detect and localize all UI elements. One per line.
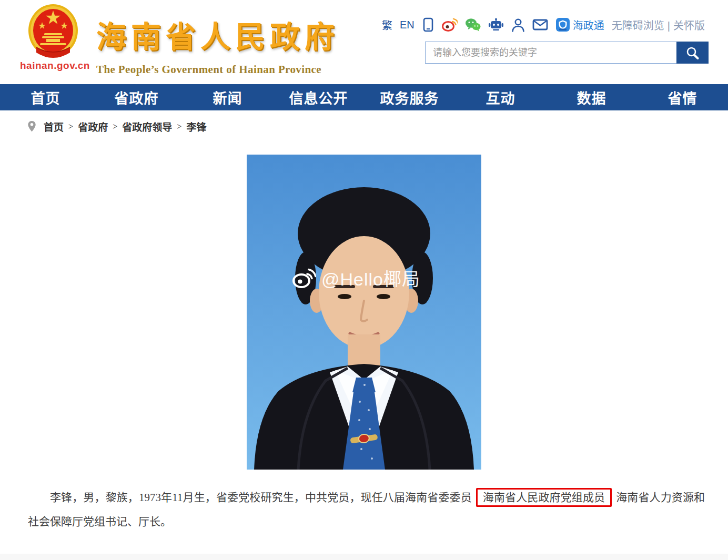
weibo-icon[interactable] bbox=[442, 18, 458, 32]
breadcrumb-separator: > bbox=[177, 122, 181, 131]
search-icon bbox=[685, 46, 700, 60]
nav-item-province-profile[interactable]: 省情 bbox=[637, 84, 728, 110]
nav-item-interaction[interactable]: 互动 bbox=[455, 84, 546, 110]
nav-item-news[interactable]: 新闻 bbox=[182, 84, 273, 110]
breadcrumb-home[interactable]: 首页 bbox=[44, 119, 64, 134]
breadcrumb-leaders[interactable]: 省政府领导 bbox=[122, 119, 172, 134]
search-button[interactable] bbox=[676, 42, 709, 64]
nav-item-info-disclosure[interactable]: 信息公开 bbox=[273, 84, 364, 110]
search-input[interactable] bbox=[425, 42, 676, 64]
breadcrumb: 首页 > 省政府 > 省政府领导 > 李锋 bbox=[27, 119, 728, 134]
accessibility-links: 无障碍浏览|关怀版 bbox=[612, 17, 705, 33]
nav-item-gov-services[interactable]: 政务服务 bbox=[364, 84, 455, 110]
mail-icon[interactable] bbox=[532, 18, 548, 31]
site-title-block: 海南省人民政府 The People’s Government of Haina… bbox=[96, 13, 339, 76]
english-toggle[interactable]: EN bbox=[400, 19, 414, 31]
page: hainan.gov.cn 海南省人民政府 The People’s Gover… bbox=[0, 0, 728, 560]
breadcrumb-separator: > bbox=[113, 122, 117, 131]
location-pin-icon bbox=[27, 120, 36, 133]
bio-article: 李锋，男，黎族，1973年11月生，省委党校研究生，中共党员，现任八届海南省委委… bbox=[28, 485, 705, 534]
accessibility-divider: | bbox=[668, 20, 670, 32]
breadcrumb-separator: > bbox=[68, 122, 73, 131]
highlighted-title-red-box: 海南省人民政府党组成员 bbox=[476, 488, 612, 507]
nav-item-data[interactable]: 数据 bbox=[546, 84, 637, 110]
main-nav: 首页 省政府 新闻 信息公开 政务服务 互动 数据 省情 bbox=[0, 84, 728, 110]
site-title: 海南省人民政府 bbox=[96, 13, 339, 56]
haizhengtong-app-icon bbox=[555, 17, 570, 32]
haizhengtong-label: 海政通 bbox=[573, 17, 604, 33]
nav-item-provincial-government[interactable]: 省政府 bbox=[91, 84, 182, 110]
site-logo[interactable]: hainan.gov.cn bbox=[20, 3, 86, 72]
care-version-link[interactable]: 关怀版 bbox=[673, 20, 705, 32]
bio-paragraph: 李锋，男，黎族，1973年11月生，省委党校研究生，中共党员，现任八届海南省委委… bbox=[28, 485, 705, 534]
traditional-chinese-toggle[interactable]: 繁 bbox=[382, 17, 392, 33]
accessibility-link[interactable]: 无障碍浏览 bbox=[612, 20, 664, 32]
footer-strip bbox=[0, 554, 728, 560]
bio-text-before: 李锋，男，黎族，1973年11月生，省委党校研究生，中共党员，现任八届海南省委委… bbox=[50, 491, 472, 504]
national-emblem-icon bbox=[26, 3, 80, 61]
user-icon[interactable] bbox=[511, 18, 525, 32]
utility-bar: 繁 EN bbox=[382, 16, 705, 34]
haizhengtong-link[interactable]: 海政通 bbox=[555, 17, 604, 33]
site-subtitle: The People’s Government of Hainan Provin… bbox=[96, 63, 339, 76]
search-bar bbox=[425, 42, 709, 64]
portrait-image bbox=[247, 155, 481, 470]
breadcrumb-current-li-feng: 李锋 bbox=[186, 119, 206, 134]
site-header: hainan.gov.cn 海南省人民政府 The People’s Gover… bbox=[0, 0, 728, 84]
wechat-icon[interactable] bbox=[465, 18, 481, 32]
official-portrait-photo: @Hello椰局 bbox=[247, 155, 481, 470]
nav-item-home[interactable]: 首页 bbox=[0, 84, 91, 110]
robot-icon[interactable] bbox=[488, 18, 504, 32]
mobile-icon[interactable] bbox=[422, 17, 434, 32]
logo-domain-text: hainan.gov.cn bbox=[20, 60, 86, 72]
breadcrumb-provincial-government[interactable]: 省政府 bbox=[78, 119, 108, 134]
